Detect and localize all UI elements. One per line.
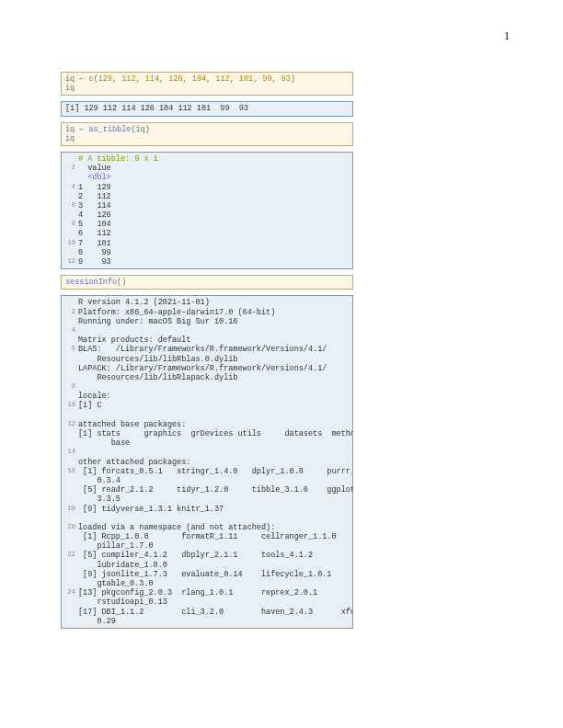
code-input-3: sessionInfo() — [61, 275, 353, 290]
document-content: iq ← c(129, 112, 114, 126, 104, 112, 101… — [61, 72, 353, 634]
code-output-1: [1] 129 112 114 126 104 112 101 99 93 — [61, 101, 353, 116]
code-output-2: # A tibble: 9 x 1 2 value <dbl> 41 129 2… — [61, 152, 353, 269]
code-input-1: iq ← c(129, 112, 114, 126, 104, 112, 101… — [61, 72, 353, 96]
code-output-3: R version 4.1.2 (2021-11-01) 2Platform: … — [61, 295, 353, 629]
page-number: 1 — [504, 29, 510, 43]
code-input-2: iq ← as_tibble(iq) iq — [61, 122, 353, 146]
